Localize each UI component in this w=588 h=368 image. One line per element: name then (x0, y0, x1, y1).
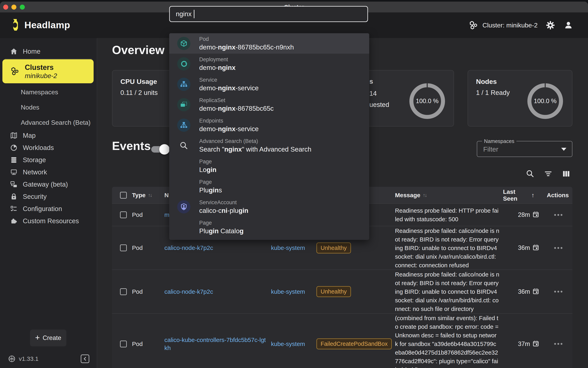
sidebar-item-advanced-search[interactable]: Advanced Search (Beta) (0, 115, 97, 130)
search-result-8[interactable]: Page Plugins (169, 176, 369, 197)
app-name: Headlamp (24, 19, 70, 30)
settings-button[interactable] (545, 20, 556, 30)
row-checkbox[interactable] (120, 244, 127, 251)
result-kind-label: Service (199, 77, 259, 83)
row-actions-button[interactable] (544, 226, 572, 269)
person-icon (564, 21, 573, 30)
calendar-icon (532, 244, 539, 252)
sidebar-item-namespaces[interactable]: Namespaces (0, 84, 97, 100)
sidebar-map-label: Map (23, 132, 35, 139)
events-toggle[interactable] (151, 146, 167, 153)
column-header-message[interactable]: Message↑↓ (392, 187, 503, 203)
result-kind-label: Pod (199, 36, 294, 42)
last-seen-value: 37m (518, 340, 530, 348)
cluster-selector[interactable]: Cluster: minikube-2 (469, 20, 538, 30)
sidebar-item-network[interactable]: Network (0, 166, 97, 178)
namespaces-filter-select[interactable]: Namespaces Filter (477, 141, 572, 157)
row-actions-button[interactable] (544, 270, 572, 313)
row-actions-button[interactable] (544, 204, 572, 226)
column-header-last-seen[interactable]: Last Seen↑ (503, 187, 544, 203)
replicaset-icon (177, 98, 190, 111)
cluster-version: v1.33.1 (19, 355, 38, 362)
lock-icon (10, 193, 18, 200)
search-results: Pod demo-nginx-86785bc65c-n9nxh Deployme… (169, 33, 369, 238)
sidebar-item-map[interactable]: Map (0, 129, 97, 142)
result-kind-label: Advanced Search (Beta) (199, 138, 311, 144)
nodes-card-subtitle: 1 / 1 Ready (476, 89, 510, 97)
sort-icon: ↑↓ (148, 192, 152, 198)
pod-icon (177, 37, 190, 50)
result-kind-label: Deployment (199, 56, 236, 63)
namespaces-filter-label: Namespaces (482, 138, 516, 144)
pods-card-requested-fragment: uested (369, 101, 389, 109)
search-result-4[interactable]: ReplicaSet demo-nginx-86785bc65c (169, 94, 369, 115)
search-result-2[interactable]: Deployment demo-nginx (169, 54, 369, 74)
column-header-actions: Actions (544, 187, 572, 203)
table-row: Pod calico-kube-controllers-7bfdc5b57c-l… (112, 313, 572, 368)
sidebar-item-workloads[interactable]: Workloads (0, 142, 97, 154)
sidebar-item-configuration[interactable]: Configuration (0, 203, 97, 215)
sidebar-item-security[interactable]: Security (0, 190, 97, 203)
no-icon (177, 180, 190, 193)
sidebar-item-custom-resources[interactable]: Custom Resources (0, 215, 97, 227)
search-result-6[interactable]: Advanced Search (Beta) Search "nginx" wi… (169, 135, 369, 156)
event-message: Readiness probe failed: calico/node is n… (395, 270, 503, 313)
global-search (169, 6, 368, 22)
sidebar-item-gateway[interactable]: Gateway (beta) (0, 178, 97, 190)
search-result-10[interactable]: Page Plugin Catalog (169, 217, 369, 238)
sidebar-item-home[interactable]: Home (0, 45, 97, 58)
table-filter-button[interactable] (544, 169, 553, 178)
last-seen-value: 36m (518, 244, 530, 251)
gateway-icon (10, 181, 18, 188)
search-result-5[interactable]: Endpoints demo-nginx-service (169, 115, 369, 135)
text-caret (194, 10, 194, 18)
column-header-type[interactable]: Type↑↓ (128, 187, 162, 203)
pod-name-link[interactable]: calico-node-k7p2c (164, 288, 216, 296)
select-all-checkbox[interactable] (120, 192, 127, 199)
result-name: calico-cni-plugin (199, 207, 248, 214)
search-result-3[interactable]: Service demo-nginx-service (169, 74, 369, 94)
pod-name-link[interactable]: calico-kube-controllers-7bfdc5b57c-lgtkh (164, 336, 269, 352)
headlamp-lamp-icon (9, 18, 21, 31)
sidebar-current-cluster: minikube-2 (25, 72, 57, 80)
sidebar-item-storage[interactable]: Storage (0, 154, 97, 166)
headlamp-logo[interactable]: Headlamp (9, 18, 70, 31)
sidebar-collapse-button[interactable] (80, 354, 90, 363)
table-search-button[interactable] (526, 169, 535, 178)
namespace-link[interactable]: kube-system (271, 244, 308, 252)
row-checkbox[interactable] (120, 340, 127, 347)
filter-list-icon (544, 169, 553, 178)
pod-name-link[interactable]: calico-node-k7p2c (164, 244, 216, 252)
sidebar-clusters-label: Clusters (25, 63, 57, 72)
namespace-link[interactable]: kube-system (271, 340, 308, 348)
event-message: (combined from similar events): Failed t… (395, 314, 503, 368)
table-columns-button[interactable] (562, 169, 571, 178)
events-section-title: Events (112, 139, 151, 153)
search-input[interactable] (169, 6, 368, 22)
calendar-icon (532, 340, 539, 348)
serviceaccount-icon (177, 200, 190, 213)
nodes-donut-chart: 100.0 % (527, 83, 563, 119)
sidebar-workloads-label: Workloads (23, 144, 54, 152)
row-actions-button[interactable] (544, 314, 572, 368)
network-icon (10, 168, 18, 176)
cluster-hexagons-icon (469, 20, 478, 30)
sidebar-item-nodes[interactable]: Nodes (0, 100, 97, 115)
create-button-label: Create (43, 334, 61, 341)
create-button[interactable]: + Create (30, 330, 66, 346)
row-checkbox[interactable] (120, 288, 127, 295)
search-result-7[interactable]: Page Login (169, 156, 369, 176)
row-checkbox[interactable] (120, 212, 127, 218)
account-button[interactable] (563, 20, 574, 30)
collapse-chevron-icon (80, 354, 90, 363)
namespace-link[interactable]: kube-system (271, 288, 308, 296)
home-icon (10, 48, 18, 55)
search-result-9[interactable]: ServiceAccount calico-cni-plugin (169, 197, 369, 217)
gear-icon (546, 21, 555, 30)
toggle-thumb (159, 144, 170, 155)
pods-card-title-fragment: s (369, 78, 373, 85)
result-name: demo-nginx-86785bc65c (199, 105, 274, 112)
nodes-percent: 100.0 % (531, 87, 559, 115)
search-result-1[interactable]: Pod demo-nginx-86785bc65c-n9nxh (169, 33, 369, 54)
sidebar-item-clusters-selected[interactable]: Clusters minikube-2 (2, 59, 94, 83)
